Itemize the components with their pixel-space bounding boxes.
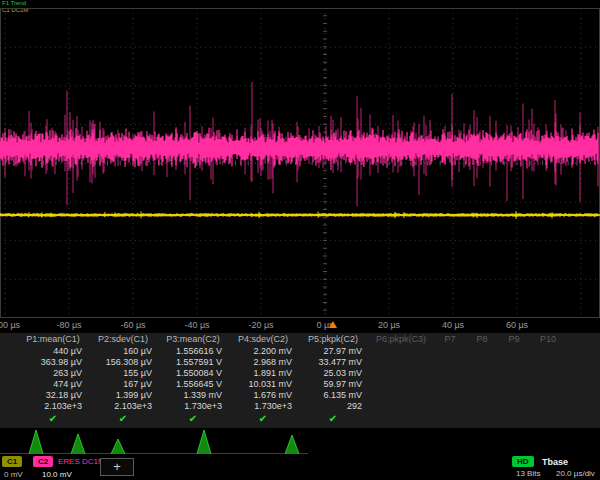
measure-value <box>434 357 466 368</box>
descriptor-bar: C1 C2 ERES DC1M 0 mV 10.0 mV + HD Tbase … <box>0 454 600 480</box>
measure-value <box>530 401 566 412</box>
measure-value <box>466 379 498 390</box>
measure-value <box>368 357 434 368</box>
trend-waveform <box>0 428 320 456</box>
measure-value <box>498 401 530 412</box>
time-axis-label: -100 µs <box>0 320 20 330</box>
hd-mode-badge[interactable]: HD <box>512 456 534 467</box>
measure-value: 10.031 mV <box>228 379 298 390</box>
oscilloscope-screen: { "overlay": { "green_label": "F1 Trend"… <box>0 0 600 480</box>
measure-status-icon: ✔ <box>228 412 298 426</box>
measure-value <box>466 357 498 368</box>
measure-value <box>498 368 530 379</box>
measure-value: 156.308 µV <box>88 357 158 368</box>
timebase-scale-value: 20.0 µs/div <box>556 469 595 478</box>
measure-value: 32.18 µV <box>18 390 88 401</box>
channel-c1-descriptor[interactable]: C1 <box>2 456 22 467</box>
measure-status-icon <box>368 412 434 426</box>
measure-value <box>368 379 434 390</box>
measure-status-icon: ✔ <box>298 412 368 426</box>
time-axis-label: -60 µs <box>120 320 145 330</box>
measure-row-2: 363.98 µV156.308 µV1.557591 V2.968 mV33.… <box>18 357 600 368</box>
measure-value <box>434 368 466 379</box>
measure-value: 1.556616 V <box>158 346 228 357</box>
measure-status-icon: ✔ <box>18 412 88 426</box>
measure-value <box>530 357 566 368</box>
measure-header-p3[interactable]: P3:mean(C2) <box>158 333 228 346</box>
measure-value: 160 µV <box>88 346 158 357</box>
measure-header-p2[interactable]: P2:sdev(C1) <box>88 333 158 346</box>
measure-value: 27.97 mV <box>298 346 368 357</box>
measure-value: 1.730e+3 <box>158 401 228 412</box>
measure-value <box>466 346 498 357</box>
measure-value: 167 µV <box>88 379 158 390</box>
time-axis-label: 60 µs <box>506 320 528 330</box>
measure-status-icon <box>498 412 530 426</box>
measure-value <box>368 346 434 357</box>
channel-c2-descriptor[interactable]: C2 <box>33 456 53 467</box>
measure-value: 1.550084 V <box>158 368 228 379</box>
measure-value: 1.399 µV <box>88 390 158 401</box>
measure-row-5: 32.18 µV1.399 µV1.339 mV1.676 mV6.135 mV <box>18 390 600 401</box>
measure-value: 1.730e+3 <box>228 401 298 412</box>
measure-value: 2.103e+3 <box>88 401 158 412</box>
measure-status-icon: ✔ <box>158 412 228 426</box>
measure-header-p7[interactable]: P7 <box>434 333 466 346</box>
measure-row-3: 263 µV155 µV1.550084 V1.891 mV25.03 mV <box>18 368 600 379</box>
measure-value <box>368 390 434 401</box>
time-axis-label: -80 µs <box>56 320 81 330</box>
measure-value <box>498 379 530 390</box>
measure-header-p8[interactable]: P8 <box>466 333 498 346</box>
time-axis-label: -20 µs <box>248 320 273 330</box>
time-axis-label: 20 µs <box>378 320 400 330</box>
measure-value: 1.556645 V <box>158 379 228 390</box>
time-axis: -100 µs-80 µs-60 µs-40 µs-20 µs0 µs20 µs… <box>0 320 600 332</box>
measure-value: 1.339 mV <box>158 390 228 401</box>
measure-value: 33.477 mV <box>298 357 368 368</box>
measure-value: 1.676 mV <box>228 390 298 401</box>
measure-row-1: 440 µV160 µV1.556616 V2.200 mV27.97 mV <box>18 346 600 357</box>
measure-value <box>466 368 498 379</box>
measure-value <box>498 390 530 401</box>
measure-value <box>434 390 466 401</box>
measure-value: 2.200 mV <box>228 346 298 357</box>
add-trace-button[interactable]: + <box>100 458 134 476</box>
measure-header-p9[interactable]: P9 <box>498 333 530 346</box>
measure-value: 2.968 mV <box>228 357 298 368</box>
measure-status-icon <box>466 412 498 426</box>
timebase-bits-value: 13 Bits <box>516 469 540 478</box>
measure-header-p1[interactable]: P1:mean(C1) <box>18 333 88 346</box>
graticule-waveform-canvas <box>0 8 600 318</box>
measure-value <box>466 390 498 401</box>
measure-value: 292 <box>298 401 368 412</box>
measure-value: 2.103e+3 <box>18 401 88 412</box>
measure-value <box>434 401 466 412</box>
measure-status-icon <box>434 412 466 426</box>
measure-value <box>530 368 566 379</box>
measure-panel: P1:mean(C1)P2:sdev(C1)P3:mean(C2)P4:sdev… <box>0 333 600 428</box>
measure-value <box>368 401 434 412</box>
measure-value: 363.98 µV <box>18 357 88 368</box>
channel-c1-scale-value: 10.0 mV <box>42 470 72 479</box>
measure-header-p4[interactable]: P4:sdev(C2) <box>228 333 298 346</box>
measure-value: 6.135 mV <box>298 390 368 401</box>
measure-header-p6[interactable]: P6:pkpk(C3) <box>368 333 434 346</box>
measure-row-4: 474 µV167 µV1.556645 V10.031 mV59.97 mV <box>18 379 600 390</box>
measure-header-p5[interactable]: P5:pkpk(C2) <box>298 333 368 346</box>
trigger-position-marker[interactable] <box>329 321 337 328</box>
measure-value <box>498 346 530 357</box>
channel-c1-offset-value: 0 mV <box>4 470 23 479</box>
timebase-descriptor[interactable]: Tbase <box>542 457 568 467</box>
measure-status-icon <box>530 412 566 426</box>
trend-trace-label[interactable]: F1 Trend <box>2 0 26 7</box>
measure-value <box>530 379 566 390</box>
time-axis-label: 40 µs <box>442 320 464 330</box>
measure-value: 1.557591 V <box>158 357 228 368</box>
measure-value <box>530 346 566 357</box>
measure-value <box>466 401 498 412</box>
measure-value: 1.891 mV <box>228 368 298 379</box>
measure-value <box>368 368 434 379</box>
measure-value: 155 µV <box>88 368 158 379</box>
measure-value: 263 µV <box>18 368 88 379</box>
measure-header-p10[interactable]: P10 <box>530 333 566 346</box>
